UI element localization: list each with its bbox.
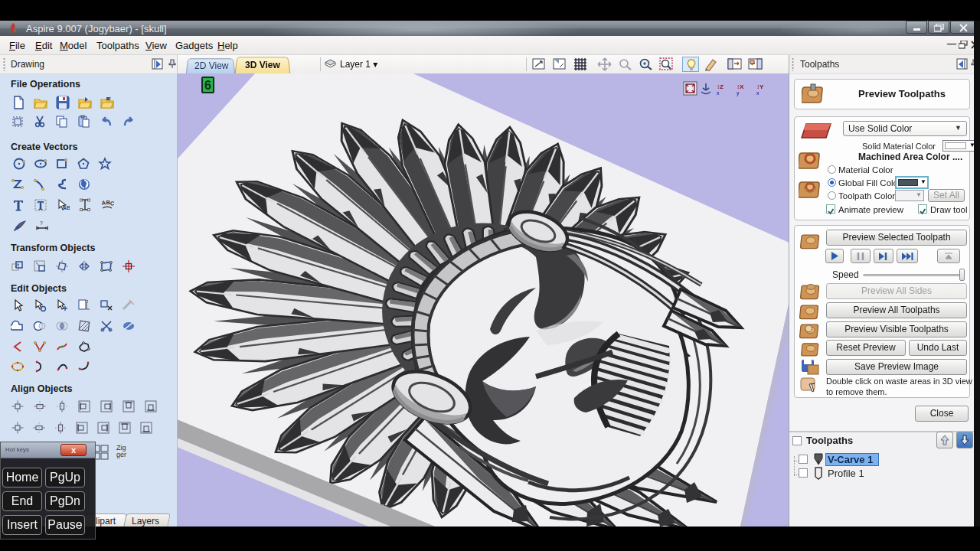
svg-text:C: C	[109, 200, 114, 207]
svg-text:?: ?	[40, 220, 43, 226]
svg-text:↕X: ↕X	[737, 83, 744, 90]
svg-text:y: y	[737, 90, 740, 96]
svg-text:AB: AB	[63, 205, 70, 210]
svg-text:x: x	[717, 90, 720, 96]
svg-text:x: x	[756, 90, 760, 96]
svg-text:↕Y: ↕Y	[756, 83, 764, 90]
svg-text:↕Z: ↕Z	[717, 83, 724, 90]
